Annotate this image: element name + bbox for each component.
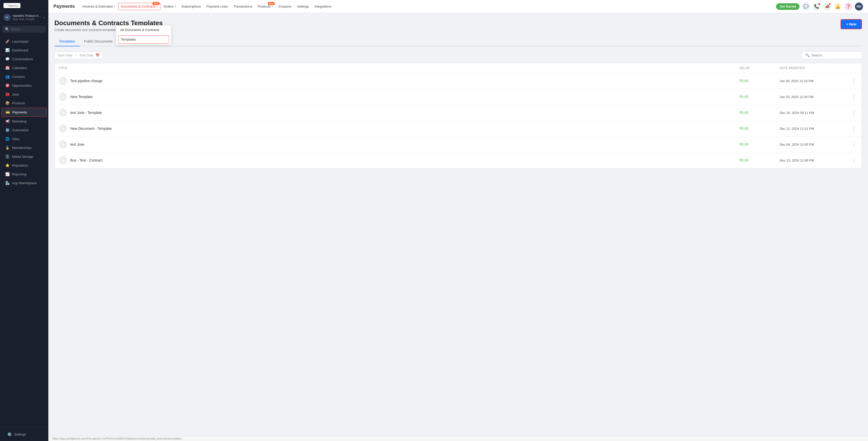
tab-templates[interactable]: Templates [54, 37, 80, 47]
topbar-nav-transactions[interactable]: Transactions [231, 3, 255, 10]
sidebar-item-app-marketplace[interactable]: 🏪App Marketplace [1, 179, 47, 187]
sidebar-item-settings[interactable]: ⚙️ Settings [3, 430, 45, 439]
row-more-button-row6[interactable]: ⋮ [850, 157, 858, 164]
help-icon-button[interactable]: ❓ [844, 2, 852, 10]
sidebar-item-jobs[interactable]: 🧰Jobs [1, 90, 47, 98]
topbar-nav-coupons[interactable]: Coupons [276, 3, 294, 10]
row-more-button-row2[interactable]: ⋮ [850, 93, 858, 100]
payments-icon: 💳 [5, 110, 10, 114]
row-title-row6: 📄 Bus - Test - Contract [59, 156, 739, 165]
dropdown-item-all-documents[interactable]: All Documents & Contracts [116, 25, 171, 34]
topbar-nav-settings[interactable]: Settings [294, 3, 311, 10]
topbar-nav-documents-contracts[interactable]: NewDocuments & Contracts▾ [118, 3, 160, 10]
account-switcher[interactable]: H Harshit's Product Ac... New York, Punj… [0, 11, 49, 24]
table-row: 📄 test Jose ₹0.00 Dec 04, 2024 10:45 PM … [55, 137, 862, 152]
doc-icon: 📄 [59, 77, 67, 85]
sidebar-footer: ⚙️ Settings [0, 427, 49, 441]
row-more-button-row1[interactable]: ⋮ [850, 78, 858, 84]
topbar-nav-subscriptions[interactable]: Subscriptions [179, 3, 204, 10]
row-value-row5: ₹0.00 [739, 142, 780, 146]
topbar: Payments Invoices & Estimates▾NewDocumen… [49, 0, 868, 13]
table-search-input[interactable] [812, 53, 858, 57]
account-name: Harshit's Product Ac... [12, 14, 41, 18]
sidebar-item-reporting[interactable]: 📈Reporting [1, 170, 47, 178]
sites-icon: 🌐 [5, 137, 9, 141]
topbar-nav-invoices-estimates[interactable]: Invoices & Estimates▾ [80, 3, 118, 10]
topbar-nav-products[interactable]: NewProducts▾ [255, 3, 275, 10]
notification-icon-button[interactable]: 🔔 [834, 2, 842, 10]
topbar-nav-integrations[interactable]: Integrations [312, 3, 334, 10]
table-row: 📄 Bus - Test - Contract ₹0.00 Nov 13, 20… [55, 152, 862, 168]
tabs: TemplatesPublic Documents [54, 37, 862, 47]
row-title-row5: 📄 test Jose [59, 140, 739, 149]
sidebar-item-conversations[interactable]: 💬Conversations [1, 55, 47, 63]
phone-icon-button[interactable]: 📞 [813, 2, 820, 10]
row-more-button-row4[interactable]: ⋮ [850, 125, 858, 132]
tab-public-documents[interactable]: Public Documents [80, 37, 117, 47]
sidebar-item-media-storage[interactable]: 🗄️Media Storage [1, 152, 47, 161]
sidebar-item-label: Payments [12, 110, 27, 114]
main-content-area: Payments Invoices & Estimates▾NewDocumen… [49, 0, 868, 441]
sidebar-item-calendars[interactable]: 📅Calendars [1, 63, 47, 72]
doc-icon: 📄 [59, 108, 67, 117]
user-avatar[interactable]: HG [855, 2, 863, 10]
nav-label-payment-links: Payment Links [207, 4, 228, 8]
sidebar-item-label: Products [12, 101, 25, 105]
get-started-button[interactable]: Get Started [776, 3, 800, 10]
sidebar-item-label: Automation [12, 128, 29, 132]
sidebar-item-label: Sites [12, 137, 20, 141]
chat-icon-button[interactable]: 💬 [802, 2, 810, 10]
logo-trademark: ™ [5, 4, 8, 7]
dashboard-icon: 📊 [5, 48, 9, 52]
sidebar-item-opportunities[interactable]: 🎯Opportunities [1, 81, 47, 90]
dropdown-menu-container: All Documents & Contracts Templates [116, 25, 171, 45]
megaphone-icon-button[interactable]: 📣 [823, 2, 831, 10]
sidebar-item-label: Memberships [12, 146, 32, 150]
logo: ™Agency [3, 3, 21, 8]
doc-icon: 📄 [59, 92, 67, 101]
topbar-title: Payments [53, 4, 75, 9]
sidebar-item-reputation[interactable]: ⭐Reputation [1, 161, 47, 170]
sidebar-item-automation[interactable]: ⚙️Automation [1, 126, 47, 134]
megaphone-notification-dot [829, 3, 831, 5]
filters-bar: Start Date → End Date 📅 🔍 [54, 51, 862, 59]
memberships-icon: 🏅 [5, 146, 9, 150]
col-header-title: Title [59, 66, 739, 70]
doc-icon: 📄 [59, 140, 67, 149]
topbar-nav-orders[interactable]: Orders▾ [161, 3, 178, 10]
sidebar-item-dashboard[interactable]: 📊Dashboard [1, 46, 47, 54]
sidebar: ™Agency H Harshit's Product Ac... New Yo… [0, 0, 49, 441]
new-button[interactable]: + New [841, 19, 862, 29]
sidebar-search-inner: 🔍 ⌘K + [2, 26, 46, 33]
table-body: 📄 Test pipeline change ₹0.00 Jan 08, 202… [55, 73, 862, 168]
row-actions-row1: ⋮ [845, 78, 858, 84]
sidebar-item-launchpad[interactable]: 🚀Launchpad [1, 37, 47, 46]
row-date-row4: Dec 12, 2024 11:21 PM [780, 127, 845, 130]
account-chevron-icon: ▾ [43, 16, 45, 19]
sidebar-item-label: Dashboard [12, 49, 28, 52]
search-input[interactable] [11, 27, 49, 31]
sidebar-item-label: Contacts [12, 75, 25, 79]
sidebar-item-marketing[interactable]: 📢Marketing [1, 117, 47, 125]
sidebar-item-contacts[interactable]: 👥Contacts [1, 72, 47, 81]
doc-icon: 📄 [59, 156, 67, 165]
row-title-row2: 📄 New Template [59, 92, 739, 101]
table-row: 📄 New Document - Template ₹0.00 Dec 12, … [55, 121, 862, 137]
dropdown-item-templates[interactable]: Templates [118, 35, 169, 43]
date-end: End Date [80, 53, 93, 57]
date-start: Start Date [58, 53, 72, 57]
topbar-nav-payment-links[interactable]: Payment Links [204, 3, 230, 10]
row-more-button-row3[interactable]: ⋮ [850, 109, 858, 116]
row-actions-row6: ⋮ [845, 157, 858, 164]
date-range-picker[interactable]: Start Date → End Date 📅 [54, 52, 103, 59]
sidebar-item-sites[interactable]: 🌐Sites [1, 135, 47, 143]
row-value-row1: ₹0.00 [739, 79, 780, 83]
sidebar-item-memberships[interactable]: 🏅Memberships [1, 143, 47, 152]
row-more-button-row5[interactable]: ⋮ [850, 141, 858, 148]
sidebar-item-payments[interactable]: 💳Payments [1, 108, 47, 117]
row-actions-row4: ⋮ [845, 125, 858, 132]
row-actions-row5: ⋮ [845, 141, 858, 148]
account-avatar: H [3, 14, 10, 21]
sidebar-item-products[interactable]: 📦Products [1, 99, 47, 107]
nav-label-integrations: Integrations [314, 4, 332, 8]
